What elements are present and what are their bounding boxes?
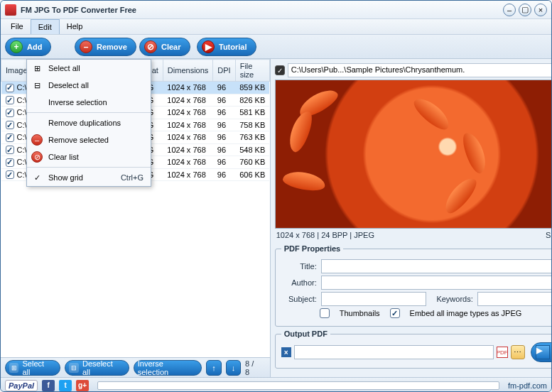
preview-path-bar: ✓ C:\Users\Pub...\Sample Pictures\Chrysa… [275, 61, 552, 80]
row-checkbox[interactable]: ✓ [6, 170, 14, 179]
author-input[interactable] [321, 276, 552, 290]
col-filesize[interactable]: File size [235, 60, 269, 82]
menu-file[interactable]: File [4, 19, 31, 34]
dd-show-grid[interactable]: ✓Show gridCtrl+G [27, 169, 151, 186]
preview-info-bar: 1024 x 768 | 24 BPP | JPEG Scale: 28 % [275, 229, 552, 241]
subject-input[interactable] [321, 292, 426, 306]
file-list-wrap: Image Format Dimensions DPI File size ✓C… [1, 59, 270, 357]
status-bar: PayPal f t g+ fm-pdf.com [1, 377, 551, 392]
keywords-input[interactable] [477, 292, 552, 306]
maximize-button[interactable]: ▢ [519, 4, 531, 16]
app-icon [5, 4, 16, 16]
clear-label: Clear [161, 43, 181, 51]
check-icon: ✓ [31, 172, 43, 183]
row-checkbox[interactable]: ✓ [6, 84, 14, 92]
add-label: Add [27, 43, 42, 51]
content-area: Image Format Dimensions DPI File size ✓C… [1, 59, 551, 377]
row-checkbox[interactable]: ✓ [6, 121, 14, 129]
row-checkbox[interactable]: ✓ [6, 109, 14, 117]
add-button[interactable]: +Add [5, 38, 51, 56]
row-checkbox[interactable]: ✓ [6, 96, 14, 104]
dd-deselect-all[interactable]: ⊟Deselect all [27, 77, 151, 94]
left-bottom-bar: ⊞Select all ⊟Deselect all Inverse select… [1, 357, 270, 377]
thumbnails-label: Thumbnails [340, 309, 380, 317]
pdf-properties-group: PDF Properties Title: Author: Subject: K… [275, 244, 552, 327]
dd-remove-selected[interactable]: –Remove selected [27, 131, 151, 148]
clear-output-button[interactable]: × [281, 347, 291, 357]
row-checkbox[interactable]: ✓ [6, 158, 14, 167]
row-checkbox[interactable]: ✓ [6, 146, 14, 154]
select-all-button[interactable]: ⊞Select all [5, 360, 60, 376]
preview-toggle[interactable]: ✓ [275, 65, 285, 75]
plus-icon: + [10, 40, 23, 53]
menu-help[interactable]: Help [60, 19, 90, 34]
clear-button[interactable]: ⊘Clear [139, 38, 190, 56]
image-preview [275, 80, 552, 229]
pdf-icon: PDF [497, 347, 508, 358]
close-button[interactable]: × [534, 4, 547, 16]
start-button[interactable]: ▶Start [531, 342, 552, 362]
remove-label: Remove [97, 43, 127, 51]
clearlist-icon: ⊘ [31, 151, 43, 163]
start-icon: ▶ [536, 345, 550, 359]
title-input[interactable] [321, 259, 552, 273]
play-icon: ▶ [202, 40, 215, 53]
right-panel: ✓ C:\Users\Pub...\Sample Pictures\Chrysa… [271, 59, 552, 377]
remove-button[interactable]: –Remove [75, 38, 136, 56]
output-pdf-group: Output PDF × PDF ⋯ ▶Start [275, 330, 552, 369]
minus-icon: – [80, 40, 92, 53]
selectall-mini-icon: ⊞ [9, 363, 18, 373]
facebook-icon[interactable]: f [42, 380, 55, 391]
preview-scale: Scale: 28 % [546, 231, 552, 239]
twitter-icon[interactable]: t [59, 380, 72, 391]
author-label: Author: [281, 278, 317, 287]
keywords-label: Keywords: [431, 295, 473, 303]
browse-output-button[interactable]: ⋯ [511, 345, 525, 359]
move-up-button[interactable]: ↑ [206, 360, 221, 376]
menu-edit[interactable]: Edit [31, 19, 60, 34]
col-dimensions[interactable]: Dimensions [163, 60, 212, 82]
edit-dropdown: ⊞Select all ⊟Deselect all Inverse select… [26, 59, 151, 187]
remove-icon: – [31, 134, 43, 146]
deselect-all-button[interactable]: ⊟Deselect all [65, 360, 129, 376]
gplus-icon[interactable]: g+ [76, 380, 89, 391]
title-bar: FM JPG To PDF Converter Free – ▢ × [1, 1, 551, 19]
deselectall-mini-icon: ⊟ [69, 363, 78, 373]
tutorial-button[interactable]: ▶Tutorial [197, 38, 256, 56]
preview-path: C:\Users\Pub...\Sample Pictures\Chrysant… [288, 63, 552, 77]
embed-label: Embed all image types as JPEG [410, 309, 522, 317]
embed-checkbox[interactable]: ✓ [390, 308, 400, 318]
toolbar: +Add –Remove ⊘Clear ▶Tutorial [1, 35, 551, 59]
output-pdf-legend: Output PDF [281, 330, 330, 338]
dd-clear-list[interactable]: ⊘Clear list [27, 148, 151, 165]
title-label: Title: [281, 262, 317, 271]
menu-bar: File Edit Help [1, 19, 551, 35]
paypal-button[interactable]: PayPal [5, 380, 38, 391]
deselectall-icon: ⊟ [31, 80, 43, 91]
clear-icon: ⊘ [144, 40, 157, 53]
window-title: FM JPG To PDF Converter Free [21, 6, 500, 14]
col-dpi[interactable]: DPI [213, 60, 235, 82]
inverse-button[interactable]: Inverse selection [134, 360, 202, 376]
dd-remove-dup[interactable]: Remove duplications [27, 114, 151, 131]
thumbnails-checkbox[interactable] [320, 308, 330, 318]
subject-label: Subject: [281, 295, 317, 303]
preview-info: 1024 x 768 | 24 BPP | JPEG [276, 231, 374, 239]
dd-select-all[interactable]: ⊞Select all [27, 60, 151, 77]
progress-bar [97, 381, 499, 390]
minimize-button[interactable]: – [503, 4, 516, 16]
dd-inverse[interactable]: Inverse selection [27, 94, 151, 111]
selectall-icon: ⊞ [31, 62, 43, 74]
output-path-input[interactable] [294, 345, 494, 359]
tutorial-label: Tutorial [219, 43, 247, 51]
row-checkbox[interactable]: ✓ [6, 134, 14, 142]
file-count: 8 / 8 [245, 359, 260, 376]
website-link[interactable]: fm-pdf.com [508, 381, 547, 390]
move-down-button[interactable]: ↓ [226, 360, 241, 376]
left-panel: Image Format Dimensions DPI File size ✓C… [1, 59, 271, 377]
pdf-properties-legend: PDF Properties [281, 244, 343, 253]
